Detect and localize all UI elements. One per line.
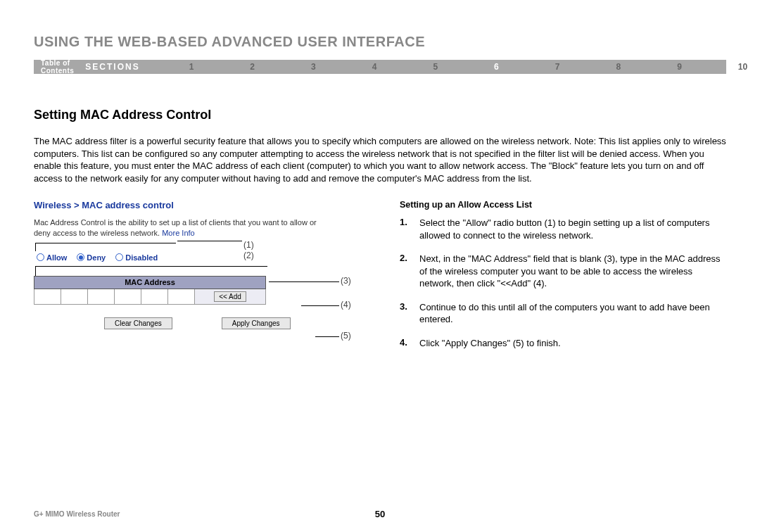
- right-heading: Setting up an Allow Access List: [400, 200, 726, 210]
- clear-changes-button[interactable]: Clear Changes: [104, 317, 172, 329]
- section-body: The MAC address filter is a powerful sec…: [34, 135, 726, 184]
- callout-2: (2): [243, 251, 254, 260]
- radio-group: Allow Deny Disabled: [37, 253, 372, 262]
- nav-sections-label: SECTIONS: [85, 62, 160, 72]
- callout-4: (4): [341, 300, 351, 309]
- radio-disabled[interactable]: Disabled: [115, 253, 158, 262]
- mac-cell[interactable]: [115, 289, 141, 304]
- nav-section-7[interactable]: 7: [527, 62, 588, 72]
- panel-breadcrumb: Wireless > MAC address control: [34, 200, 372, 210]
- radio-deny-label: Deny: [87, 253, 106, 262]
- nav-section-3[interactable]: 3: [283, 62, 344, 72]
- mac-table-header: MAC Address: [34, 276, 266, 289]
- step-1: 1. Select the "Allow" radio button (1) t…: [400, 217, 726, 241]
- callout-3: (3): [341, 277, 351, 285]
- radio-deny-icon: [77, 253, 84, 261]
- step-number: 1.: [400, 217, 411, 241]
- nav-toc[interactable]: Table of Contents: [34, 59, 85, 75]
- footer-product: G+ MIMO Wireless Router: [34, 510, 120, 518]
- step-number: 4.: [400, 337, 411, 350]
- nav-section-8[interactable]: 8: [588, 62, 649, 72]
- step-text: Click "Apply Changes" (5) to finish.: [419, 337, 726, 350]
- apply-changes-button[interactable]: Apply Changes: [222, 317, 291, 329]
- nav-section-5[interactable]: 5: [405, 62, 466, 72]
- step-2: 2. Next, in the "MAC Address" field that…: [400, 253, 726, 290]
- mac-cell[interactable]: [168, 289, 195, 304]
- radio-disabled-icon: [115, 253, 123, 261]
- step-4: 4. Click "Apply Changes" (5) to finish.: [400, 337, 726, 350]
- step-3: 3. Continue to do this until all of the …: [400, 301, 726, 326]
- footer: G+ MIMO Wireless Router 50: [34, 510, 726, 518]
- radio-allow[interactable]: Allow: [37, 253, 67, 262]
- nav-section-2[interactable]: 2: [222, 62, 283, 72]
- radio-disabled-label: Disabled: [125, 253, 158, 262]
- nav-section-9[interactable]: 9: [649, 62, 710, 72]
- mac-cell[interactable]: [88, 289, 115, 304]
- step-text: Select the "Allow" radio button (1) to b…: [419, 217, 726, 241]
- nav-section-1[interactable]: 1: [161, 62, 222, 72]
- page-number: 50: [375, 509, 385, 519]
- more-info-link[interactable]: More Info: [162, 229, 194, 237]
- mac-cell[interactable]: [34, 289, 61, 304]
- panel-description: Mac Address Control is the ability to se…: [34, 217, 329, 239]
- mac-cell[interactable]: [141, 289, 168, 304]
- callout-1: (1): [243, 241, 254, 249]
- table-row: << Add: [34, 289, 266, 304]
- mac-address-table: MAC Address << Add: [34, 276, 266, 305]
- step-number: 2.: [400, 253, 411, 290]
- nav-section-4[interactable]: 4: [344, 62, 405, 72]
- step-text: Continue to do this until all of the com…: [419, 301, 726, 326]
- step-text: Next, in the "MAC Address" field that is…: [419, 253, 726, 290]
- radio-allow-icon: [37, 253, 44, 261]
- radio-allow-label: Allow: [46, 253, 67, 262]
- mac-cell[interactable]: [61, 289, 88, 304]
- radio-deny[interactable]: Deny: [77, 253, 106, 262]
- nav-section-6[interactable]: 6: [466, 62, 527, 72]
- nav-section-10[interactable]: 10: [710, 62, 760, 72]
- callout-5: (5): [341, 331, 351, 340]
- section-nav: Table of Contents SECTIONS 1 2 3 4 5 6 7…: [34, 60, 726, 74]
- page-title: USING THE WEB-BASED ADVANCED USER INTERF…: [34, 34, 726, 50]
- step-number: 3.: [400, 301, 411, 326]
- add-button[interactable]: << Add: [214, 291, 246, 302]
- section-heading: Setting MAC Address Control: [34, 108, 726, 122]
